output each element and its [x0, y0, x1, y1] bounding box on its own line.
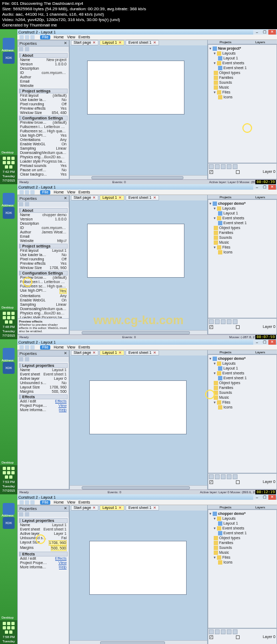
horizontal-scrollbar[interactable] — [70, 175, 207, 179]
system-tray[interactable]: 7:58 PMTuesday7/7/2015 — [0, 620, 17, 644]
tab-start-page[interactable]: Start page✕ — [71, 195, 98, 200]
tab-events[interactable]: Events — [78, 190, 90, 194]
os-taskbar[interactable]: Address XDK Desktop 7:42 PMTuesday7/7/20… — [0, 29, 17, 184]
os-taskbar[interactable]: Address XDK Desktop 7:58 PMTuesday7/7/20… — [0, 494, 17, 644]
layout-canvas[interactable] — [70, 200, 207, 330]
xdk-icon[interactable]: XDK — [3, 52, 15, 64]
file-menu[interactable]: File — [40, 35, 50, 39]
projects-tab[interactable]: Projects — [220, 41, 232, 44]
layer-down-icon[interactable] — [227, 319, 232, 324]
properties-close-icon[interactable]: ✕ — [64, 41, 67, 45]
project-tree[interactable]: ▾chopper demo* ▾Layouts Layout 1 ▾Event … — [208, 200, 276, 256]
qat-undo-icon[interactable] — [25, 345, 29, 350]
layer-up-icon[interactable] — [221, 474, 226, 479]
project-tree[interactable]: ▾New project* ▾Layouts Layout 1 ▾Event s… — [208, 45, 276, 100]
projects-tab[interactable]: Projects — [220, 196, 232, 199]
tab-event-sheet[interactable]: Event sheet 1✕ — [126, 195, 159, 200]
layer-row[interactable]: Layer 0 — [208, 635, 276, 639]
layer-delete-icon[interactable] — [215, 319, 220, 324]
projects-tab[interactable]: Projects — [220, 506, 232, 509]
close-button[interactable]: ✕ — [268, 495, 276, 500]
title-bar[interactable]: Construct 2 - Layout 1 – ▢ ✕ — [17, 29, 277, 35]
properties-close-icon[interactable]: ✕ — [64, 196, 67, 200]
system-tray[interactable]: 7:48 PMTuesday7/7/2015 — [0, 310, 17, 339]
tab-view[interactable]: View — [67, 35, 75, 39]
layer-up-icon[interactable] — [221, 164, 226, 169]
qat-undo-icon[interactable] — [25, 190, 29, 194]
qat-redo-icon[interactable] — [30, 35, 35, 39]
projects-tab[interactable]: Projects — [220, 351, 232, 354]
tab-start-page[interactable]: Start page✕ — [71, 505, 98, 511]
qat-undo-icon[interactable] — [25, 500, 29, 505]
layer-delete-icon[interactable] — [215, 629, 220, 634]
sdk-icon[interactable] — [3, 503, 15, 515]
qat-save-icon[interactable] — [19, 35, 24, 39]
tab-layout[interactable]: Layout 1✕ — [100, 505, 124, 511]
layout-rect[interactable] — [87, 61, 184, 115]
title-bar[interactable]: Construct 2 - Layout 1 – ▢ ✕ — [17, 339, 277, 345]
tab-home[interactable]: Home — [54, 500, 64, 504]
layout-rect[interactable] — [89, 541, 187, 595]
layer-edit-icon[interactable] — [233, 474, 238, 479]
layout-rect[interactable] — [89, 380, 187, 434]
file-menu[interactable]: File — [40, 345, 50, 350]
qat-redo-icon[interactable] — [30, 190, 35, 194]
minimize-button[interactable]: – — [253, 340, 261, 345]
tab-view[interactable]: View — [67, 345, 75, 349]
horizontal-scrollbar[interactable] — [70, 485, 207, 489]
layer-edit-icon[interactable] — [233, 164, 238, 169]
title-bar[interactable]: Construct 2 - Layout 1 – ▢ ✕ — [17, 184, 277, 190]
sdk-icon[interactable] — [3, 38, 15, 50]
layer-up-icon[interactable] — [221, 629, 226, 634]
properties-close-icon[interactable]: ✕ — [64, 506, 67, 511]
os-taskbar[interactable]: Address XDK Desktop 7:53 PMTuesday7/7/20… — [0, 339, 17, 494]
tab-view[interactable]: View — [67, 190, 75, 194]
properties-list[interactable]: AboutNameNew projectVersion1.0.0.0Descri… — [18, 52, 69, 179]
qat-save-icon[interactable] — [19, 190, 24, 194]
xdk-icon[interactable]: XDK — [3, 207, 15, 219]
layout-rect[interactable] — [87, 224, 184, 278]
project-tree[interactable]: ▾chopper demo* ▾Layouts Layout 1 ▾Event … — [208, 510, 276, 566]
tab-home[interactable]: Home — [54, 345, 64, 349]
layer-up-icon[interactable] — [221, 319, 226, 324]
layout-canvas[interactable] — [70, 45, 207, 175]
close-button[interactable]: ✕ — [268, 340, 276, 345]
qat-undo-icon[interactable] — [25, 35, 29, 39]
layer-down-icon[interactable] — [227, 629, 232, 634]
project-tree[interactable]: ▾chopper demo* ▾Layouts Layout 1 ▾Event … — [208, 355, 276, 411]
prop-tool-icon[interactable] — [19, 202, 23, 206]
tab-home[interactable]: Home — [54, 35, 64, 39]
sdk-icon[interactable] — [3, 348, 15, 360]
qat-redo-icon[interactable] — [30, 500, 35, 505]
layout-canvas[interactable] — [70, 511, 207, 640]
tab-start-page[interactable]: Start page✕ — [71, 350, 98, 355]
file-menu[interactable]: File — [40, 190, 50, 194]
minimize-button[interactable]: – — [253, 185, 261, 190]
maximize-button[interactable]: ▢ — [261, 30, 268, 35]
layer-down-icon[interactable] — [227, 164, 232, 169]
tab-layout[interactable]: Layout 1✕ — [100, 195, 124, 200]
layer-add-icon[interactable] — [209, 319, 214, 324]
layer-edit-icon[interactable] — [233, 319, 238, 324]
layer-add-icon[interactable] — [209, 474, 214, 479]
tab-view[interactable]: View — [67, 500, 75, 504]
title-bar[interactable]: Construct 2 - Layout 1 – ▢ ✕ — [17, 494, 277, 500]
layer-add-icon[interactable] — [209, 629, 214, 634]
properties-close-icon[interactable]: ✕ — [64, 351, 67, 355]
close-button[interactable]: ✕ — [268, 185, 276, 190]
prop-tool-icon[interactable] — [25, 512, 29, 516]
xdk-icon[interactable]: XDK — [3, 362, 15, 374]
prop-tool-icon[interactable] — [19, 357, 23, 361]
layers-tab[interactable]: Layers — [255, 196, 265, 199]
xdk-icon[interactable]: XDK — [3, 517, 15, 529]
layer-down-icon[interactable] — [227, 474, 232, 479]
layer-delete-icon[interactable] — [215, 474, 220, 479]
qat-save-icon[interactable] — [19, 500, 24, 505]
tab-events[interactable]: Events — [78, 35, 90, 39]
tab-home[interactable]: Home — [54, 190, 64, 194]
layer-edit-icon[interactable] — [233, 629, 238, 634]
tab-events[interactable]: Events — [78, 500, 90, 504]
properties-list[interactable]: Layout propertiesNameLayout 1Event sheet… — [18, 517, 69, 644]
layer-row[interactable]: Layer 0 — [208, 170, 276, 174]
tab-event-sheet[interactable]: Event sheet 1✕ — [126, 505, 159, 511]
